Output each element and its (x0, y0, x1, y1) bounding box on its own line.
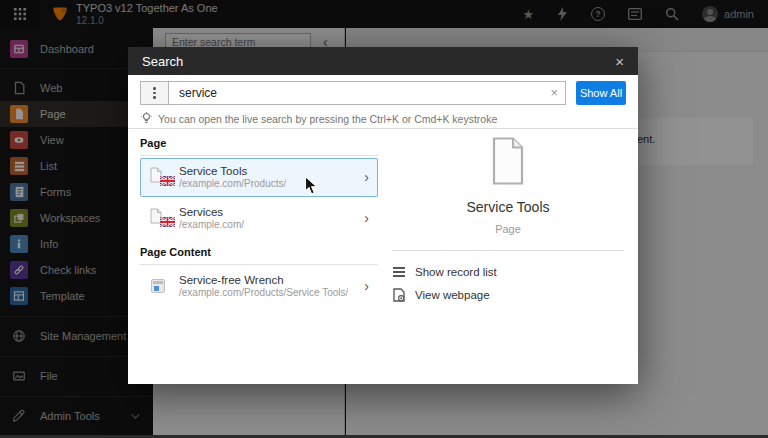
detail-type-label: Page (390, 223, 626, 235)
live-search-input[interactable] (168, 81, 566, 105)
result-text: Services /example.com/ (179, 205, 244, 232)
result-url: /example.com/Products/Service Tools/ (179, 287, 348, 300)
section-label-page: Page (140, 137, 378, 149)
search-results-column: Page (140, 129, 378, 308)
result-icons (149, 167, 179, 188)
page-large-icon (489, 137, 527, 185)
result-icons (149, 208, 179, 229)
action-show-record-list[interactable]: Show record list (390, 261, 626, 283)
close-icon[interactable]: × (615, 53, 624, 70)
action-view-webpage[interactable]: View webpage (390, 283, 626, 307)
action-label: View webpage (415, 289, 490, 301)
chevron-right-icon: › (358, 210, 369, 226)
uk-flag-icon (160, 176, 175, 186)
record-list-icon (392, 267, 406, 277)
result-item-service-free-wrench[interactable]: Service-free Wrench /example.com/Product… (140, 267, 378, 306)
chevron-right-icon: › (358, 169, 369, 185)
action-label: Show record list (415, 266, 497, 278)
chevron-right-icon: › (358, 278, 369, 294)
uk-flag-icon (160, 217, 175, 227)
clear-search-icon[interactable]: × (550, 85, 558, 100)
result-icons (149, 276, 179, 297)
search-hint-text: You can open the live search by pressing… (158, 113, 497, 125)
vertical-ellipsis-icon (153, 87, 156, 99)
lightbulb-icon (141, 112, 152, 125)
content-element-icon (151, 279, 165, 293)
search-input-wrap: × (168, 81, 566, 105)
search-options-button[interactable] (140, 81, 168, 105)
search-modal: Search × × Show All (128, 47, 638, 384)
result-detail-panel: Service Tools Page Show record list View… (390, 129, 626, 307)
result-text: Service Tools /example.com/Products/ (179, 164, 286, 191)
divider (392, 250, 624, 251)
result-url: /example.com/Products/ (179, 178, 286, 191)
result-title: Services (179, 205, 244, 219)
result-url: /example.com/ (179, 219, 244, 232)
typo3-backend-screen: TYPO3 v12 Together As One 12.1.0 ★ ? adm… (0, 0, 768, 438)
result-item-services[interactable]: Services /example.com/ › (140, 199, 378, 238)
modal-header: Search × (128, 47, 638, 75)
detail-title: Service Tools (390, 199, 626, 215)
show-all-button[interactable]: Show All (576, 81, 626, 105)
divider (140, 155, 378, 156)
result-title: Service Tools (179, 164, 286, 178)
section-label-page-content: Page Content (140, 246, 378, 258)
search-bar: × Show All (140, 81, 626, 105)
result-item-service-tools[interactable]: Service Tools /example.com/Products/ › (140, 158, 378, 197)
view-webpage-icon (392, 288, 406, 302)
divider (140, 264, 378, 265)
modal-title: Search (142, 54, 183, 69)
result-text: Service-free Wrench /example.com/Product… (179, 273, 348, 300)
modal-body: × Show All You can open the live search … (128, 75, 638, 384)
search-hint: You can open the live search by pressing… (141, 112, 497, 125)
result-title: Service-free Wrench (179, 273, 348, 287)
